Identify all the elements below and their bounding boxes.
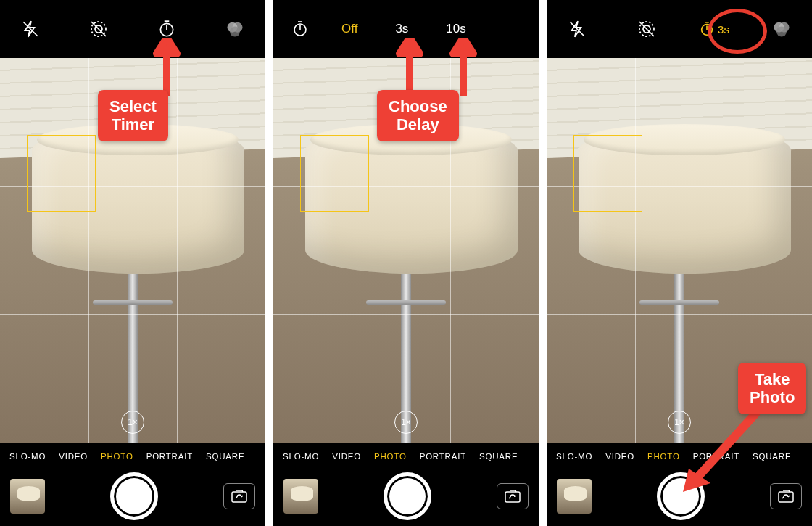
- camera-bottom-bar: SLO-MO VIDEO PHOTO PORTRAIT SQUARE: [273, 443, 539, 526]
- callout-choose-delay: ChooseDelay: [377, 90, 459, 141]
- focus-rectangle: [27, 135, 96, 212]
- timer-option-3s[interactable]: 3s: [386, 22, 417, 36]
- zoom-toggle[interactable]: 1×: [394, 411, 418, 434]
- camera-mode-strip[interactable]: SLO-MO VIDEO PHOTO PORTRAIT SQUARE: [273, 443, 539, 470]
- timer-active-label: 3s: [718, 23, 729, 36]
- live-off-icon[interactable]: [625, 7, 668, 51]
- svg-rect-10: [505, 492, 520, 502]
- svg-rect-19: [779, 492, 793, 502]
- last-photo-thumbnail[interactable]: [557, 479, 592, 514]
- svg-line-14: [639, 22, 654, 36]
- mode-portrait[interactable]: PORTRAIT: [413, 452, 473, 461]
- filters-icon[interactable]: [760, 7, 803, 51]
- svg-rect-8: [232, 492, 246, 502]
- mode-square[interactable]: SQUARE: [199, 452, 251, 461]
- svg-line-20: [697, 412, 757, 477]
- mode-photo[interactable]: PHOTO: [94, 452, 140, 461]
- focus-rectangle: [573, 135, 642, 212]
- mode-portrait[interactable]: PORTRAIT: [140, 452, 199, 461]
- focus-rectangle: [300, 135, 369, 212]
- zoom-toggle[interactable]: 1×: [121, 411, 144, 434]
- timer-option-10s[interactable]: 10s: [437, 22, 474, 36]
- mode-slomo[interactable]: SLO-MO: [276, 452, 326, 461]
- phone-screen-3: 3s 1× SLO-MO VIDEO PHOTO PORTRAIT SQUARE: [547, 0, 812, 526]
- mode-square[interactable]: SQUARE: [473, 452, 524, 461]
- svg-line-3: [91, 22, 106, 36]
- callout-take-photo: TakePhoto: [738, 363, 806, 414]
- mode-slomo[interactable]: SLO-MO: [550, 452, 599, 461]
- mode-slomo[interactable]: SLO-MO: [3, 452, 52, 461]
- svg-point-7: [230, 27, 240, 37]
- filters-icon[interactable]: [213, 7, 257, 51]
- mode-video[interactable]: VIDEO: [599, 452, 641, 461]
- svg-point-18: [776, 27, 787, 37]
- flash-off-icon[interactable]: [555, 7, 599, 51]
- last-photo-thumbnail[interactable]: [10, 479, 45, 514]
- live-off-icon[interactable]: [77, 7, 120, 51]
- phone-screen-1: 1× SLO-MO VIDEO PHOTO PORTRAIT SQUARE Se…: [0, 0, 265, 526]
- mode-photo[interactable]: PHOTO: [368, 452, 413, 461]
- camera-bottom-bar: SLO-MO VIDEO PHOTO PORTRAIT SQUARE: [0, 443, 265, 526]
- camera-top-bar: [0, 0, 265, 58]
- flip-camera-icon[interactable]: [497, 483, 529, 509]
- camera-top-bar: 3s: [547, 0, 812, 58]
- timer-icon[interactable]: [282, 7, 318, 51]
- mode-video[interactable]: VIDEO: [52, 452, 94, 461]
- timer-option-off[interactable]: Off: [333, 22, 366, 36]
- flip-camera-icon[interactable]: [770, 483, 802, 509]
- flash-off-icon[interactable]: [9, 7, 52, 51]
- shutter-button[interactable]: [384, 472, 431, 520]
- timer-active-indicator[interactable]: 3s: [695, 7, 734, 51]
- phone-screen-2: Off 3s 10s 1× SLO-MO VIDEO PHOTO PORTRAI…: [273, 0, 539, 526]
- flip-camera-icon[interactable]: [223, 483, 255, 509]
- last-photo-thumbnail[interactable]: [283, 479, 318, 514]
- shutter-button[interactable]: [110, 472, 158, 520]
- callout-select-timer: SelectTimer: [98, 90, 168, 141]
- mode-video[interactable]: VIDEO: [326, 452, 368, 461]
- camera-mode-strip[interactable]: SLO-MO VIDEO PHOTO PORTRAIT SQUARE: [0, 443, 265, 470]
